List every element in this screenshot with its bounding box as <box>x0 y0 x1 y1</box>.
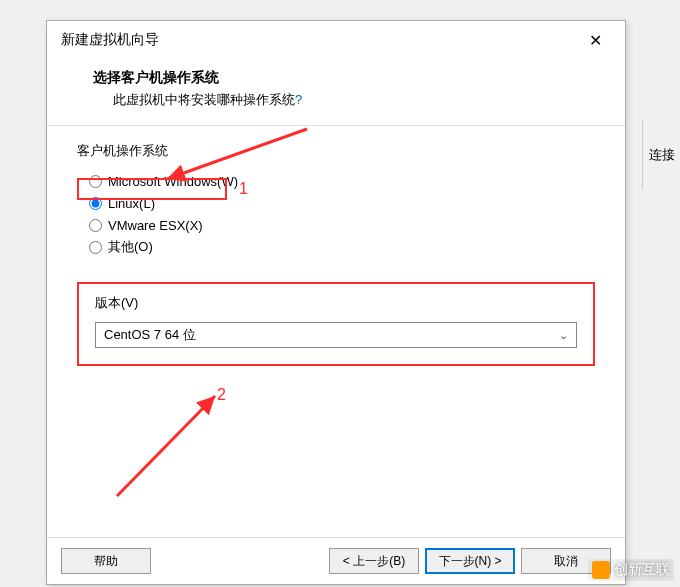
next-button-label: 下一步(N) > <box>439 553 502 570</box>
radio-windows-label: Microsoft Windows(W) <box>108 174 238 189</box>
button-bar: 帮助 < 上一步(B) 下一步(N) > 取消 <box>47 537 625 584</box>
radio-vmware-esx-input[interactable] <box>89 219 102 232</box>
radio-other[interactable]: 其他(O) <box>89 236 595 258</box>
radio-linux[interactable]: Linux(L) <box>89 192 595 214</box>
chevron-down-icon: ⌄ <box>559 329 568 342</box>
header-title: 选择客户机操作系统 <box>93 69 595 87</box>
help-button[interactable]: 帮助 <box>61 548 151 574</box>
back-button-label: < 上一步(B) <box>343 553 405 570</box>
svg-line-1 <box>117 396 215 496</box>
radio-other-label: 其他(O) <box>108 238 153 256</box>
radio-linux-label: Linux(L) <box>108 196 155 211</box>
os-group-label: 客户机操作系统 <box>77 142 595 160</box>
header: 选择客户机操作系统 此虚拟机中将安装哪种操作系统? <box>47 59 625 125</box>
side-panel-text: 连接 <box>649 146 675 164</box>
dialog-title: 新建虚拟机向导 <box>61 31 159 49</box>
back-button[interactable]: < 上一步(B) <box>329 548 419 574</box>
radio-other-input[interactable] <box>89 241 102 254</box>
header-subtitle-text: 此虚拟机中将安装哪种操作系统 <box>113 92 295 107</box>
next-button[interactable]: 下一步(N) > <box>425 548 515 574</box>
radio-linux-input[interactable] <box>89 197 102 210</box>
version-dropdown[interactable]: CentOS 7 64 位 ⌄ <box>95 322 577 348</box>
version-group-highlight: 版本(V) CentOS 7 64 位 ⌄ <box>77 282 595 366</box>
annotation-arrow-2 <box>97 386 247 506</box>
radio-vmware-esx-label: VMware ESX(X) <box>108 218 203 233</box>
titlebar: 新建虚拟机向导 ✕ <box>47 21 625 59</box>
wizard-dialog: 新建虚拟机向导 ✕ 选择客户机操作系统 此虚拟机中将安装哪种操作系统? 客户机操… <box>46 20 626 585</box>
cancel-button[interactable]: 取消 <box>521 548 611 574</box>
close-button[interactable]: ✕ <box>575 27 615 53</box>
radio-windows-input[interactable] <box>89 175 102 188</box>
os-radio-group: Microsoft Windows(W) Linux(L) VMware ESX… <box>77 170 595 258</box>
help-button-label: 帮助 <box>94 553 118 570</box>
annotation-number-2: 2 <box>217 386 226 404</box>
radio-windows[interactable]: Microsoft Windows(W) <box>89 170 595 192</box>
header-subtitle: 此虚拟机中将安装哪种操作系统? <box>93 91 595 109</box>
radio-vmware-esx[interactable]: VMware ESX(X) <box>89 214 595 236</box>
cancel-button-label: 取消 <box>554 553 578 570</box>
nav-button-group: < 上一步(B) 下一步(N) > 取消 <box>329 548 611 574</box>
content-area: 客户机操作系统 Microsoft Windows(W) Linux(L) VM… <box>47 126 625 537</box>
version-label: 版本(V) <box>95 294 577 312</box>
close-icon: ✕ <box>589 31 602 50</box>
version-dropdown-value: CentOS 7 64 位 <box>104 326 196 344</box>
header-subtitle-qmark: ? <box>295 92 302 107</box>
side-panel: 连接 <box>642 120 680 190</box>
